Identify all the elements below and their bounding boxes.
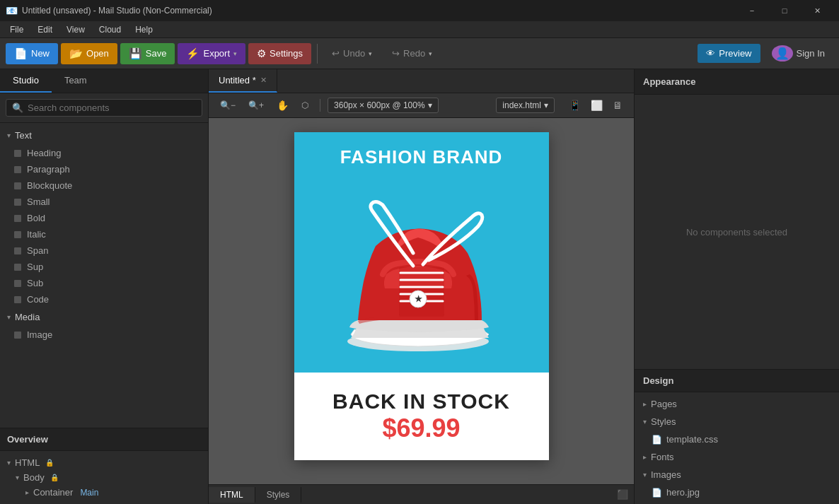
close-button[interactable]: ✕: [801, 0, 833, 21]
tree-html[interactable]: ▾ HTML 🔒: [0, 455, 208, 470]
pages-arrow: ▸: [643, 400, 647, 408]
search-input[interactable]: [28, 102, 196, 113]
redo-button[interactable]: ↪ Redo ▾: [383, 44, 441, 63]
maximize-button[interactable]: □: [768, 0, 801, 21]
design-hero-jpg-row[interactable]: 📄 hero.jpg: [635, 484, 839, 501]
menu-view[interactable]: View: [59, 23, 92, 36]
canvas-tab-close[interactable]: ✕: [260, 76, 267, 85]
file-dropdown-arrow: ▾: [544, 100, 548, 110]
menu-help[interactable]: Help: [128, 23, 160, 36]
mobile-view-button[interactable]: 📱: [565, 98, 585, 113]
image-icon: [14, 332, 21, 339]
design-template-css-row[interactable]: 📄 template.css: [635, 430, 839, 448]
fonts-label: Fonts: [651, 452, 674, 462]
sup-icon: [14, 264, 21, 271]
tree-container-label: Container: [33, 487, 73, 498]
canvas-area: Untitled * ✕ 🔍− 🔍+ ✋ ⬡ 360px × 600px @ 1…: [209, 69, 634, 504]
zoom-out-button[interactable]: 🔍−: [216, 98, 240, 112]
minimize-button[interactable]: −: [736, 0, 768, 21]
hand-tool-icon: ✋: [277, 100, 289, 111]
section-media[interactable]: ▾ Media: [0, 307, 208, 327]
section-text[interactable]: ▾ Text: [0, 126, 208, 145]
shoe-image: ★: [330, 175, 514, 359]
heading-icon: [14, 150, 21, 157]
bottom-tab-html[interactable]: HTML: [209, 487, 255, 503]
export-button[interactable]: ⚡ Export ▾: [178, 43, 245, 64]
email-preview: FASHION BRAND: [294, 132, 549, 460]
settings-button[interactable]: ⚙ Settings: [248, 43, 311, 64]
viewport-dropdown-arrow: ▾: [428, 100, 432, 110]
price-text: $69.99: [311, 414, 532, 443]
zoom-in-icon: 🔍+: [248, 100, 264, 110]
component-paragraph[interactable]: Paragraph: [0, 161, 208, 177]
tree-html-label: HTML: [15, 457, 40, 468]
save-button[interactable]: 💾 Save: [120, 43, 175, 64]
component-sub[interactable]: Sub: [0, 275, 208, 291]
component-heading[interactable]: Heading: [0, 145, 208, 161]
preview-button[interactable]: 👁 Preview: [698, 44, 760, 63]
tab-team[interactable]: Team: [52, 69, 100, 93]
window-title: Untitled (unsaved) - Mail Studio (Non-Co…: [22, 6, 736, 16]
component-image[interactable]: Image: [0, 327, 208, 343]
body-lock-icon: 🔒: [50, 474, 59, 481]
toolbar: 📄 New 📂 Open 💾 Save ⚡ Export ▾ ⚙ Setting…: [0, 38, 839, 69]
viewport-selector[interactable]: 360px × 600px @ 100% ▾: [328, 98, 439, 113]
search-box: 🔍: [6, 99, 202, 117]
component-italic[interactable]: Italic: [0, 226, 208, 242]
menu-edit[interactable]: Edit: [30, 23, 59, 36]
blockquote-icon: [14, 182, 21, 189]
viewport-label: 360px × 600px @ 100%: [334, 100, 425, 110]
appearance-header: Appearance: [635, 69, 839, 95]
open-button[interactable]: 📂 Open: [61, 43, 117, 64]
component-small[interactable]: Small: [0, 194, 208, 210]
export-icon: ⚡: [186, 47, 199, 60]
canvas-expand-button[interactable]: ⬛: [611, 486, 634, 503]
toolbar-separator-1: [317, 44, 318, 64]
canvas-tab-untitled[interactable]: Untitled * ✕: [209, 69, 277, 93]
tree-container[interactable]: ▸ Container Main: [0, 485, 208, 500]
select-icon: ⬡: [301, 100, 308, 110]
italic-icon: [14, 231, 21, 238]
zoom-in-button[interactable]: 🔍+: [244, 98, 268, 112]
signin-button[interactable]: 👤 Sign In: [763, 41, 833, 66]
tablet-view-button[interactable]: ⬜: [586, 98, 607, 113]
template-css-label: template.css: [666, 434, 718, 445]
component-span[interactable]: Span: [0, 242, 208, 259]
design-fonts-row[interactable]: ▸ Fonts: [635, 448, 839, 466]
menu-file[interactable]: File: [3, 23, 30, 36]
undo-button[interactable]: ↩ Undo ▾: [323, 44, 381, 63]
design-styles-row[interactable]: ▾ Styles: [635, 413, 839, 430]
design-panel: Design ▸ Pages ▾ Styles 📄 template.css ▸…: [635, 369, 839, 504]
component-blockquote[interactable]: Blockquote: [0, 177, 208, 194]
svg-text:★: ★: [414, 294, 422, 304]
file-selector[interactable]: index.html ▾: [496, 98, 555, 113]
overview-tree: ▾ HTML 🔒 ▾ Body 🔒 ▸ Container Main: [0, 451, 208, 504]
tab-studio[interactable]: Studio: [0, 69, 52, 93]
search-area: 🔍: [0, 93, 208, 123]
bottom-tab-styles[interactable]: Styles: [255, 487, 302, 503]
tree-body[interactable]: ▾ Body 🔒: [0, 470, 208, 485]
new-icon: 📄: [14, 47, 28, 60]
design-pages-row[interactable]: ▸ Pages: [635, 395, 839, 413]
undo-dropdown-arrow: ▾: [369, 50, 372, 57]
section-media-label: Media: [15, 312, 40, 322]
hand-tool-button[interactable]: ✋: [272, 98, 293, 113]
component-sup[interactable]: Sup: [0, 259, 208, 275]
styles-arrow: ▾: [643, 418, 647, 426]
new-button[interactable]: 📄 New: [6, 43, 58, 64]
pages-label: Pages: [651, 399, 677, 409]
select-tool-button[interactable]: ⬡: [297, 98, 313, 112]
save-icon: 💾: [129, 47, 142, 60]
canvas-tab-title: Untitled *: [219, 75, 256, 86]
tree-body-label: Body: [23, 472, 45, 483]
component-bold[interactable]: Bold: [0, 210, 208, 226]
canvas-toolbar-sep: [320, 99, 320, 112]
menu-cloud[interactable]: Cloud: [92, 23, 128, 36]
desktop-icon: 🖥: [613, 100, 623, 111]
design-images-row[interactable]: ▾ Images: [635, 466, 839, 484]
desktop-view-button[interactable]: 🖥: [608, 98, 627, 113]
shoe-svg: ★: [330, 175, 514, 359]
component-code[interactable]: Code: [0, 291, 208, 307]
signin-icon: 👤: [772, 45, 793, 61]
device-buttons: 📱 ⬜ 🖥: [565, 98, 627, 113]
